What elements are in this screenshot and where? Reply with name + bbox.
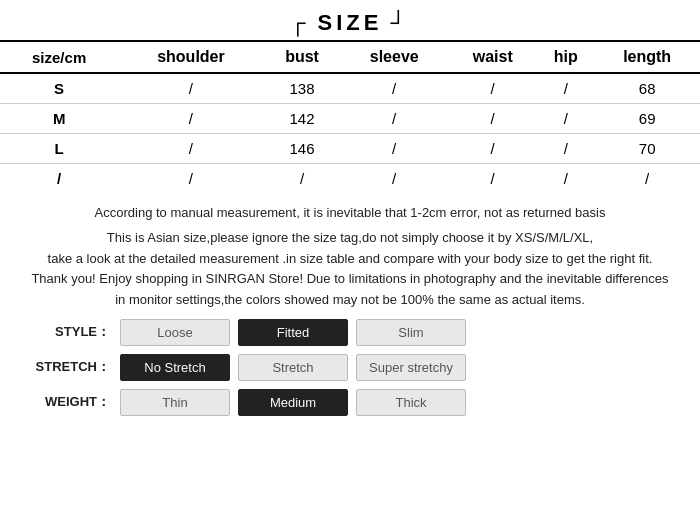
cell-r2-c5: /	[537, 134, 594, 164]
col-header-bust: bust	[264, 41, 341, 73]
cell-r0-c2: 138	[264, 73, 341, 104]
col-header-waist: waist	[448, 41, 537, 73]
col-header-sleeve: sleeve	[340, 41, 448, 73]
note-line3: take a look at the detailed measurement …	[10, 249, 690, 270]
measurement-notes: According to manual measurement, it is i…	[10, 203, 690, 311]
cell-r0-c3: /	[340, 73, 448, 104]
table-row: L/146///70	[0, 134, 700, 164]
cell-r3-c5: /	[537, 164, 594, 194]
weight-btn-medium[interactable]: Medium	[238, 389, 348, 416]
weight-label: WEIGHT：	[30, 393, 110, 411]
cell-r2-c2: 146	[264, 134, 341, 164]
cell-r2-c0: L	[0, 134, 118, 164]
weight-btn-thin[interactable]: Thin	[120, 389, 230, 416]
table-row: M/142///69	[0, 104, 700, 134]
bracket-right-icon: ┘	[390, 10, 410, 36]
table-row: ///////	[0, 164, 700, 194]
cell-r3-c4: /	[448, 164, 537, 194]
cell-r1-c5: /	[537, 104, 594, 134]
col-header-shoulder: shoulder	[118, 41, 263, 73]
cell-r2-c1: /	[118, 134, 263, 164]
cell-r1-c2: 142	[264, 104, 341, 134]
stretch-btn-stretch[interactable]: Stretch	[238, 354, 348, 381]
size-title-text: SIZE	[318, 10, 383, 36]
col-header-size: size/cm	[0, 41, 118, 73]
table-row: S/138///68	[0, 73, 700, 104]
stretch-btn-super-stretchy[interactable]: Super stretchy	[356, 354, 466, 381]
main-container: ┌ SIZE ┘ size/cm shoulder bust sleeve wa…	[0, 0, 700, 434]
note-line1: According to manual measurement, it is i…	[10, 203, 690, 224]
col-header-length: length	[594, 41, 700, 73]
cell-r3-c2: /	[264, 164, 341, 194]
cell-r0-c5: /	[537, 73, 594, 104]
stretch-label: STRETCH：	[30, 358, 110, 376]
cell-r0-c1: /	[118, 73, 263, 104]
size-table: size/cm shoulder bust sleeve waist hip l…	[0, 40, 700, 193]
weight-buttons: Thin Medium Thick	[120, 389, 466, 416]
note-line2: This is Asian size,please ignore the siz…	[10, 228, 690, 249]
cell-r2-c6: 70	[594, 134, 700, 164]
cell-r0-c6: 68	[594, 73, 700, 104]
cell-r1-c4: /	[448, 104, 537, 134]
style-label: STYLE：	[30, 323, 110, 341]
cell-r3-c0: /	[0, 164, 118, 194]
table-header-row: size/cm shoulder bust sleeve waist hip l…	[0, 41, 700, 73]
cell-r1-c3: /	[340, 104, 448, 134]
stretch-btn-no-stretch[interactable]: No Stretch	[120, 354, 230, 381]
cell-r3-c6: /	[594, 164, 700, 194]
stretch-buttons: No Stretch Stretch Super stretchy	[120, 354, 466, 381]
cell-r3-c1: /	[118, 164, 263, 194]
cell-r1-c0: M	[0, 104, 118, 134]
cell-r2-c3: /	[340, 134, 448, 164]
size-title: ┌ SIZE ┘	[0, 10, 700, 36]
cell-r1-c1: /	[118, 104, 263, 134]
cell-r2-c4: /	[448, 134, 537, 164]
cell-r3-c3: /	[340, 164, 448, 194]
style-btn-slim[interactable]: Slim	[356, 319, 466, 346]
note-line5: in monitor settings,the colors showed ma…	[10, 290, 690, 311]
style-row: STYLE： Loose Fitted Slim	[30, 319, 670, 346]
stretch-row: STRETCH： No Stretch Stretch Super stretc…	[30, 354, 670, 381]
style-btn-loose[interactable]: Loose	[120, 319, 230, 346]
weight-btn-thick[interactable]: Thick	[356, 389, 466, 416]
note-line4: Thank you! Enjoy shopping in SINRGAN Sto…	[10, 269, 690, 290]
style-buttons: Loose Fitted Slim	[120, 319, 466, 346]
cell-r0-c0: S	[0, 73, 118, 104]
cell-r1-c6: 69	[594, 104, 700, 134]
weight-row: WEIGHT： Thin Medium Thick	[30, 389, 670, 416]
attributes-section: STYLE： Loose Fitted Slim STRETCH： No Str…	[0, 319, 700, 416]
cell-r0-c4: /	[448, 73, 537, 104]
style-btn-fitted[interactable]: Fitted	[238, 319, 348, 346]
bracket-left-icon: ┌	[290, 10, 310, 36]
col-header-hip: hip	[537, 41, 594, 73]
